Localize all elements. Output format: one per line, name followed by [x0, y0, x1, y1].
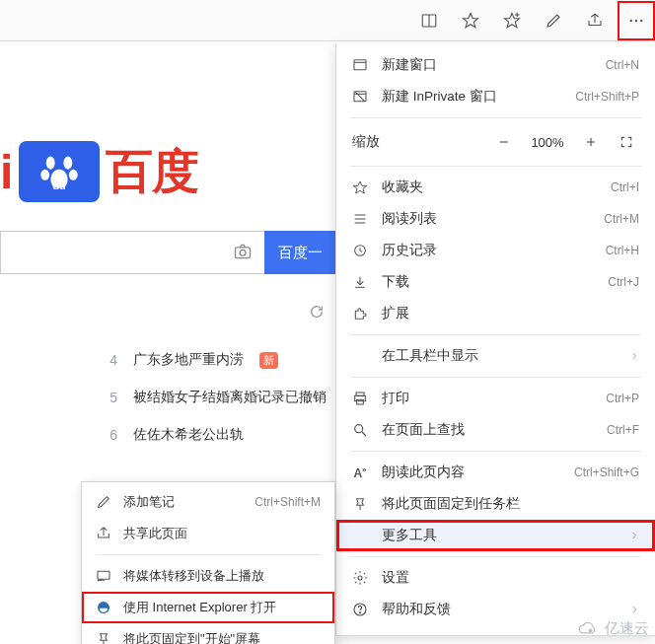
svg-rect-39 — [98, 571, 109, 579]
svg-line-20 — [355, 92, 364, 101]
label: 朗读此页内容 — [382, 464, 560, 481]
menu-separator — [96, 554, 321, 555]
pen-icon — [96, 494, 111, 510]
shortcut: Ctrl+Shift+G — [574, 465, 639, 479]
logo-i: i — [0, 145, 13, 199]
shortcut: Ctrl+Shift+P — [575, 90, 639, 104]
reading-view-icon[interactable] — [410, 1, 448, 40]
menu-separator — [350, 377, 641, 378]
svg-point-11 — [41, 170, 50, 180]
menu-print[interactable]: 打印 Ctrl+P — [336, 383, 655, 414]
svg-rect-32 — [357, 399, 364, 404]
shortcut: Ctrl+M — [604, 212, 639, 226]
menu-settings[interactable]: 设置 — [336, 562, 655, 594]
download-icon — [352, 274, 368, 290]
label: 历史记录 — [382, 242, 592, 259]
pin-icon — [352, 496, 368, 512]
sub-share-page[interactable]: 共享此页面 — [82, 518, 334, 549]
menu-separator — [350, 334, 641, 335]
sub-open-ie[interactable]: 使用 Internet Explorer 打开 — [82, 592, 334, 623]
svg-point-7 — [635, 19, 637, 21]
svg-point-10 — [64, 157, 73, 170]
shortcut: Ctrl+I — [611, 180, 639, 194]
menu-find[interactable]: 在页面上查找 Ctrl+F — [336, 414, 655, 446]
label: 阅读列表 — [382, 210, 590, 228]
cast-icon — [96, 568, 111, 584]
label: 新建 InPrivate 窗口 — [382, 88, 561, 106]
zoom-out-button[interactable] — [491, 129, 517, 155]
menu-separator — [350, 166, 641, 167]
chevron-right-icon — [629, 349, 639, 364]
label: 下载 — [382, 273, 594, 291]
menu-new-window[interactable]: 新建窗口 Ctrl+N — [336, 49, 655, 81]
shortcut: Ctrl+F — [607, 423, 639, 437]
news-rank: 4 — [104, 352, 117, 368]
logo-text: 百度 — [106, 140, 198, 203]
label: 扩展 — [382, 305, 639, 322]
svg-rect-16 — [354, 60, 366, 70]
menu-extensions[interactable]: 扩展 — [336, 298, 655, 329]
label: 打印 — [382, 390, 592, 407]
add-favorites-icon[interactable] — [493, 1, 531, 40]
svg-line-34 — [362, 432, 366, 436]
zoom-in-button[interactable] — [578, 129, 604, 155]
search-input[interactable] — [0, 231, 264, 274]
svg-rect-14 — [236, 247, 251, 257]
camera-icon[interactable] — [233, 242, 253, 264]
news-text: 被结婚女子结婚离婚记录已撤销 — [133, 389, 327, 406]
menu-more-tools[interactable]: 更多工具 — [336, 520, 655, 551]
favorite-star-icon[interactable] — [452, 1, 489, 40]
pin-start-icon — [96, 631, 111, 644]
share-icon[interactable] — [576, 1, 614, 40]
ie-icon — [96, 600, 111, 615]
search-button[interactable]: 百度一 — [264, 231, 335, 274]
menu-downloads[interactable]: 下载 Ctrl+J — [336, 266, 655, 298]
search-icon — [352, 422, 368, 438]
toolbar-right-group — [410, 0, 655, 40]
main-menu: 新建窗口 Ctrl+N 新建 InPrivate 窗口 Ctrl+Shift+P… — [335, 43, 655, 636]
menu-pin-taskbar[interactable]: 将此页面固定到任务栏 — [336, 488, 655, 520]
shortcut: Ctrl+Shift+M — [255, 495, 321, 509]
history-icon — [352, 243, 368, 258]
label: 新建窗口 — [382, 56, 592, 74]
label: 添加笔记 — [123, 493, 243, 511]
print-icon — [352, 391, 368, 406]
zoom-controls: 100% — [491, 129, 639, 155]
news-rank: 6 — [104, 427, 117, 443]
watermark-text: 亿速云 — [605, 619, 649, 638]
private-icon — [352, 89, 368, 105]
label: 设置 — [382, 569, 639, 587]
label: 将此页固定到"开始"屏幕 — [123, 630, 321, 644]
sub-add-note[interactable]: 添加笔记 Ctrl+Shift+M — [82, 486, 334, 518]
svg-point-41 — [589, 629, 592, 632]
browser-toolbar — [0, 0, 655, 41]
svg-marker-24 — [353, 181, 366, 193]
svg-point-12 — [69, 170, 78, 180]
fullscreen-button[interactable] — [614, 129, 639, 155]
svg-point-36 — [358, 576, 362, 580]
label: 共享此页面 — [123, 525, 321, 542]
news-text: 佐佐木希老公出轨 — [133, 426, 244, 444]
menu-reading-list[interactable]: 阅读列表 Ctrl+M — [336, 203, 655, 235]
svg-point-15 — [240, 250, 246, 255]
menu-history[interactable]: 历史记录 Ctrl+H — [336, 235, 655, 266]
gear-icon — [352, 570, 368, 586]
more-menu-button[interactable] — [618, 1, 655, 40]
menu-new-private[interactable]: 新建 InPrivate 窗口 Ctrl+Shift+P — [336, 81, 655, 112]
menu-show-toolbar[interactable]: 在工具栏中显示 — [336, 340, 655, 372]
menu-favorites[interactable]: 收藏夹 Ctrl+I — [336, 172, 655, 203]
svg-point-6 — [630, 19, 632, 21]
note-pen-icon[interactable] — [535, 1, 572, 40]
chevron-right-icon — [629, 603, 639, 617]
label: 帮助和反馈 — [382, 601, 616, 618]
watermark: 亿速云 — [575, 619, 649, 638]
menu-separator — [350, 117, 641, 118]
window-icon — [352, 57, 368, 73]
svg-point-33 — [355, 425, 363, 433]
paw-icon: du — [19, 141, 100, 202]
sub-cast[interactable]: 将媒体转移到设备上播放 — [82, 560, 334, 592]
shortcut: Ctrl+J — [608, 275, 639, 289]
menu-read-aloud[interactable]: A» 朗读此页内容 Ctrl+Shift+G — [336, 457, 655, 488]
label: 在工具栏中显示 — [382, 347, 616, 365]
sub-pin-start[interactable]: 将此页固定到"开始"屏幕 — [82, 623, 334, 644]
